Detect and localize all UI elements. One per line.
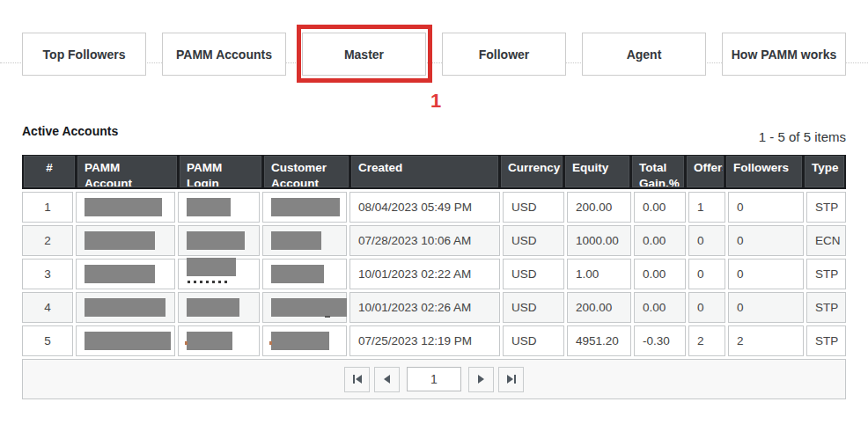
first-page-button[interactable]: [344, 367, 370, 392]
cell-type: STP: [806, 325, 846, 356]
cell-type: STP: [806, 292, 846, 323]
cell-equity: 1.00: [567, 259, 631, 289]
column-header-pamm-account[interactable]: PAMM Account: [77, 156, 177, 187]
cell-offers: 2: [688, 325, 725, 356]
cell-pamm-account: [76, 325, 175, 356]
partially-hidden-text: [269, 341, 272, 345]
column-header-equity[interactable]: Equity: [565, 156, 629, 187]
cell-index: 1: [22, 192, 73, 223]
table-row: 3 10/01/2023 02:22 AM USD 1.00 0.00 0 0 …: [22, 259, 846, 289]
cell-total-gain: -0.30: [634, 325, 686, 356]
cell-total-gain: 0.00: [634, 225, 686, 256]
cell-offers: 0: [688, 259, 725, 289]
last-page-button[interactable]: [498, 367, 524, 392]
cell-currency: USD: [503, 259, 564, 289]
previous-page-button[interactable]: [374, 367, 400, 392]
table-row: 4 10/01/2023 02:26 AM USD 200.00 0.00 0 …: [22, 292, 846, 323]
column-header-index[interactable]: #: [24, 156, 75, 187]
pamm-nav: Top Followers PAMM Accounts Master Follo…: [22, 33, 846, 76]
redacted-value: [85, 332, 171, 350]
items-count-label: 1 - 5 of 5 items: [759, 129, 846, 144]
column-header-followers[interactable]: Followers: [726, 156, 802, 187]
last-page-icon: [507, 375, 513, 384]
cell-followers: 0: [728, 292, 804, 323]
cell-equity: 200.00: [567, 292, 631, 323]
cell-currency: USD: [503, 225, 564, 256]
redacted-value: [187, 332, 232, 350]
cell-pamm-login: [178, 225, 260, 256]
cell-offers: 0: [688, 292, 725, 323]
table-row: 5 07/25/2023 12:19 PM USD 4951.20 -0.30 …: [22, 325, 846, 356]
previous-page-icon: [384, 375, 390, 384]
column-header-total-gain[interactable]: Total Gain,%: [632, 156, 684, 187]
redacted-value: [271, 332, 329, 350]
column-header-offers[interactable]: Offers: [687, 156, 724, 187]
column-header-currency[interactable]: Currency: [501, 156, 563, 187]
cell-pamm-account: [76, 259, 175, 289]
partially-hidden-text: [325, 316, 330, 318]
last-page-icon: [514, 375, 516, 384]
cell-created: 07/25/2023 12:19 PM: [349, 325, 500, 356]
cell-equity: 4951.20: [567, 325, 631, 356]
redacted-value: [187, 198, 231, 216]
cell-pamm-login: [178, 292, 260, 323]
nav-button-master[interactable]: Master: [302, 33, 426, 76]
cell-customer-account: [262, 292, 347, 323]
cell-type: STP: [806, 192, 846, 223]
redacted-value: [85, 231, 155, 250]
cell-currency: USD: [503, 292, 564, 323]
table-row: 2 07/28/2023 10:06 AM USD 1000.00 0.00 0…: [22, 225, 846, 256]
cell-equity: 200.00: [567, 192, 631, 223]
redacted-value: [271, 231, 321, 250]
table-row: 1 08/04/2023 05:49 PM USD 200.00 0.00 1 …: [22, 192, 846, 223]
cell-type: ECN: [806, 225, 846, 256]
nav-button-top-followers[interactable]: Top Followers: [22, 33, 146, 76]
next-page-icon: [478, 375, 484, 384]
nav-button-pamm-accounts[interactable]: PAMM Accounts: [162, 33, 286, 76]
cell-index: 4: [22, 292, 73, 323]
redacted-value: [271, 198, 340, 216]
cell-equity: 1000.00: [567, 225, 631, 256]
nav-button-how-pamm-works[interactable]: How PAMM works: [722, 33, 846, 76]
column-header-created[interactable]: Created: [351, 156, 498, 187]
cell-pamm-login: [178, 192, 260, 223]
redacted-value: [187, 258, 236, 276]
cell-index: 2: [22, 225, 73, 256]
cell-index: 5: [22, 325, 73, 356]
cell-pamm-account: [76, 292, 175, 323]
active-accounts-table: # PAMM Account PAMM Login Customer Accou…: [22, 155, 846, 399]
cell-followers: 0: [728, 225, 804, 256]
redacted-value: [187, 231, 245, 250]
cell-created: 07/28/2023 10:06 AM: [349, 225, 500, 256]
cell-created: 08/04/2023 05:49 PM: [349, 192, 500, 223]
next-page-button[interactable]: [468, 367, 494, 392]
first-page-icon: [353, 375, 355, 384]
page-number-input[interactable]: [407, 367, 461, 391]
cell-customer-account: [262, 225, 347, 256]
column-header-pamm-login[interactable]: PAMM Login: [180, 156, 261, 187]
page-title: Active Accounts: [22, 124, 118, 138]
table-pager: [22, 359, 846, 399]
cell-created: 10/01/2023 02:26 AM: [349, 292, 500, 323]
redacted-value: [271, 265, 324, 283]
partially-hidden-text: [185, 341, 188, 345]
cell-followers: 2: [728, 325, 804, 356]
column-header-type[interactable]: Type: [805, 156, 844, 187]
cell-created: 10/01/2023 02:22 AM: [349, 259, 500, 289]
cell-customer-account: [262, 325, 347, 356]
redacted-value: [85, 198, 162, 216]
cell-total-gain: 0.00: [634, 259, 686, 289]
cell-pamm-login: [178, 259, 260, 289]
cell-customer-account: [262, 192, 347, 223]
nav-button-follower[interactable]: Follower: [442, 33, 566, 76]
column-header-customer-account[interactable]: Customer Account: [264, 156, 349, 187]
cell-currency: USD: [503, 325, 564, 356]
cell-total-gain: 0.00: [634, 192, 686, 223]
redacted-value: [271, 298, 347, 317]
cell-offers: 0: [688, 225, 725, 256]
table-header-row: # PAMM Account PAMM Login Customer Accou…: [22, 155, 846, 189]
redacted-value: [85, 298, 166, 317]
cell-pamm-login: [178, 325, 260, 356]
nav-button-agent[interactable]: Agent: [582, 33, 706, 76]
redacted-value: [85, 265, 155, 283]
